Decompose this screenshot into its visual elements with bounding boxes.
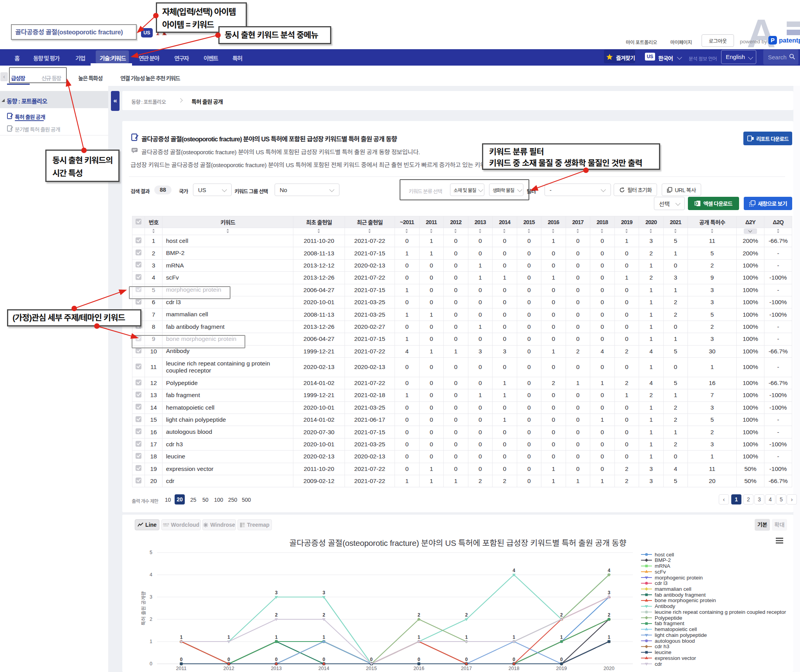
svg-text:2019: 2019 xyxy=(556,666,567,671)
svg-text:2018: 2018 xyxy=(509,666,520,671)
svg-text:0: 0 xyxy=(180,657,183,662)
svg-text:4: 4 xyxy=(608,568,611,573)
svg-text:2: 2 xyxy=(560,612,563,618)
svg-text:5: 5 xyxy=(150,550,152,555)
svg-text:2: 2 xyxy=(323,612,325,618)
svg-text:2014: 2014 xyxy=(318,666,329,671)
svg-text:leucine: leucine xyxy=(655,649,671,655)
svg-text:BMP-2: BMP-2 xyxy=(655,557,671,563)
svg-text:0: 0 xyxy=(370,657,373,662)
svg-text:2020: 2020 xyxy=(604,666,614,671)
svg-text:2: 2 xyxy=(465,612,468,618)
svg-text:expression vector: expression vector xyxy=(655,655,696,661)
svg-text:1: 1 xyxy=(608,635,611,640)
svg-text:0: 0 xyxy=(560,657,563,662)
svg-text:1: 1 xyxy=(418,635,420,640)
svg-text:autologous blood: autologous blood xyxy=(655,638,695,644)
svg-text:light chain polypeptide: light chain polypeptide xyxy=(655,632,707,638)
svg-text:mRNA: mRNA xyxy=(655,563,670,569)
svg-text:2017: 2017 xyxy=(461,666,472,671)
svg-text:3: 3 xyxy=(150,594,152,600)
svg-text:2: 2 xyxy=(150,617,152,622)
svg-text:Polypeptide: Polypeptide xyxy=(655,615,682,621)
svg-text:fab antibody fragment: fab antibody fragment xyxy=(655,592,706,598)
svg-text:0: 0 xyxy=(465,657,468,662)
svg-text:2016: 2016 xyxy=(413,666,424,671)
svg-text:bone morphogenic protein: bone morphogenic protein xyxy=(655,597,716,603)
svg-text:4: 4 xyxy=(512,568,515,573)
svg-text:0: 0 xyxy=(418,657,420,662)
svg-text:1: 1 xyxy=(227,635,230,640)
svg-text:0: 0 xyxy=(150,661,152,667)
svg-text:2: 2 xyxy=(275,612,278,618)
svg-text:1: 1 xyxy=(512,635,515,640)
svg-text:2: 2 xyxy=(418,612,420,618)
svg-text:scFv: scFv xyxy=(655,569,666,575)
svg-text:morphogenic protein: morphogenic protein xyxy=(655,575,703,581)
svg-text:2015: 2015 xyxy=(366,666,377,671)
svg-text:2011: 2011 xyxy=(176,666,187,671)
svg-text:1: 1 xyxy=(180,635,183,640)
svg-text:hematopoietic cell: hematopoietic cell xyxy=(655,626,697,632)
svg-text:mammalian cell: mammalian cell xyxy=(655,586,691,592)
svg-text:2: 2 xyxy=(608,612,611,618)
svg-text:fab fragment: fab fragment xyxy=(655,620,684,626)
svg-text:1: 1 xyxy=(560,635,563,640)
svg-text:host cell: host cell xyxy=(655,552,674,558)
svg-text:0: 0 xyxy=(512,657,515,662)
svg-text:2013: 2013 xyxy=(271,666,282,671)
svg-text:4: 4 xyxy=(150,572,152,578)
svg-text:0: 0 xyxy=(323,657,325,662)
svg-text:3: 3 xyxy=(608,590,611,595)
svg-text:cdr l3: cdr l3 xyxy=(655,580,668,586)
svg-text:0: 0 xyxy=(227,657,230,662)
svg-text:특허 출원 공개량: 특허 출원 공개량 xyxy=(141,591,146,626)
svg-text:2012: 2012 xyxy=(223,666,234,671)
svg-text:1: 1 xyxy=(465,635,468,640)
svg-text:cdr: cdr xyxy=(655,661,662,667)
svg-text:1: 1 xyxy=(323,635,325,640)
svg-text:Antibody: Antibody xyxy=(655,603,675,609)
svg-text:3: 3 xyxy=(275,590,278,595)
svg-text:0: 0 xyxy=(275,657,278,662)
svg-text:1: 1 xyxy=(150,639,152,644)
svg-text:1: 1 xyxy=(275,635,278,640)
svg-text:leucine rich repeat containing: leucine rich repeat containing g protein… xyxy=(655,609,786,615)
svg-text:cdr h3: cdr h3 xyxy=(655,643,670,649)
svg-text:3: 3 xyxy=(323,590,325,595)
